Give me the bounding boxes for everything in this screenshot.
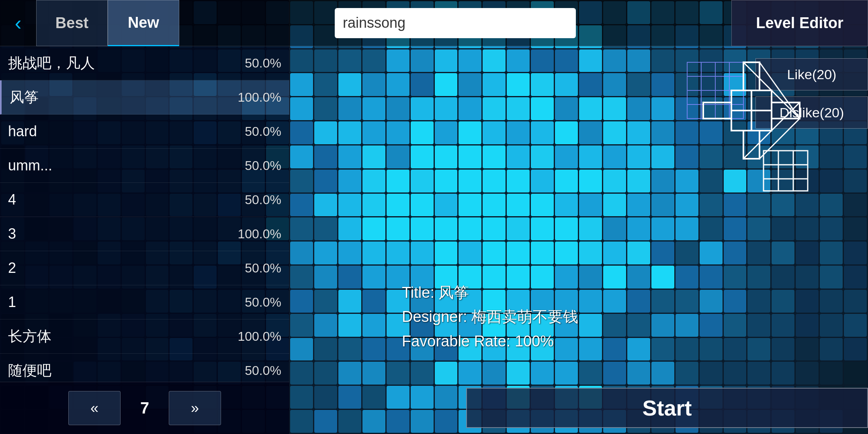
bg-cell <box>314 386 337 409</box>
song-title: 2 <box>8 260 16 276</box>
bg-cell <box>338 170 361 192</box>
bg-cell <box>314 170 337 192</box>
song-item[interactable]: 随便吧50.0% <box>0 354 289 382</box>
bg-cell <box>362 314 385 337</box>
bg-cell <box>290 338 313 361</box>
bg-cell <box>338 242 361 264</box>
bg-cell <box>362 145 385 168</box>
song-rate: 100.0% <box>237 227 281 242</box>
song-item[interactable]: umm...50.0% <box>0 149 289 183</box>
search-box <box>179 8 731 38</box>
bg-cell <box>314 121 337 144</box>
bg-cell <box>338 49 361 72</box>
top-bar: ‹ Best New Level Editor <box>0 0 868 46</box>
song-title: 4 <box>8 191 16 208</box>
song-item[interactable]: 风筝100.0% <box>0 80 289 115</box>
song-item[interactable]: 长方体100.0% <box>0 319 289 354</box>
bg-cell <box>290 362 313 385</box>
bg-cell <box>338 290 361 313</box>
bg-cell <box>338 410 361 433</box>
bg-cell <box>362 73 385 96</box>
bg-cell <box>314 217 337 240</box>
song-item[interactable]: 150.0% <box>0 285 289 319</box>
level-favorable-rate: Favorable Rate: 100% <box>402 329 578 354</box>
song-rate: 50.0% <box>245 295 281 310</box>
bg-cell <box>338 266 361 289</box>
bg-cell <box>290 49 313 72</box>
bg-cell <box>362 170 385 192</box>
bg-cell <box>362 49 385 72</box>
svg-rect-18 <box>764 151 808 191</box>
bg-cell <box>290 97 313 120</box>
song-title: 挑战吧，凡人 <box>8 53 95 73</box>
bg-cell <box>290 266 313 289</box>
song-item[interactable]: 450.0% <box>0 183 289 217</box>
bg-cell <box>338 386 361 409</box>
bg-cell <box>338 97 361 120</box>
song-rate: 50.0% <box>245 192 281 207</box>
back-button[interactable]: ‹ <box>0 0 36 46</box>
bg-cell <box>314 73 337 96</box>
bg-cell <box>362 194 385 217</box>
bg-cell <box>314 338 337 361</box>
right-panel: Like(20) Dislike(20) <box>386 46 868 434</box>
bg-cell <box>338 121 361 144</box>
bg-cell <box>314 362 337 385</box>
song-rate: 100.0% <box>237 90 281 105</box>
bg-cell <box>362 97 385 120</box>
bg-cell <box>338 145 361 168</box>
bg-cell <box>314 290 337 313</box>
bg-cell <box>290 242 313 264</box>
bg-cell <box>290 170 313 192</box>
song-item[interactable]: 挑战吧，凡人50.0% <box>0 46 289 80</box>
song-title: 随便吧 <box>8 361 51 381</box>
level-info: Title: 风筝 Designer: 梅西卖萌不要钱 Favorable Ra… <box>402 280 578 354</box>
bg-cell <box>290 410 313 433</box>
tab-group: Best New <box>36 0 179 46</box>
bg-cell <box>362 386 385 409</box>
bg-cell <box>362 266 385 289</box>
bg-cell <box>290 314 313 337</box>
bg-cell <box>362 217 385 240</box>
song-item[interactable]: 3100.0% <box>0 217 289 251</box>
song-rate: 50.0% <box>245 158 281 173</box>
level-editor-button[interactable]: Level Editor <box>731 0 868 46</box>
bg-cell <box>338 194 361 217</box>
song-rate: 50.0% <box>245 363 281 378</box>
bg-cell <box>290 145 313 168</box>
song-item[interactable]: 250.0% <box>0 251 289 285</box>
song-rate: 50.0% <box>245 261 281 276</box>
pagination-bar: « 7 » <box>0 382 289 434</box>
bg-cell <box>290 290 313 313</box>
bg-cell <box>338 338 361 361</box>
song-title: hard <box>8 123 37 140</box>
bg-cell <box>290 121 313 144</box>
next-page-button[interactable]: » <box>169 391 221 425</box>
bg-cell <box>314 410 337 433</box>
bg-cell <box>314 194 337 217</box>
bg-cell <box>290 217 313 240</box>
back-arrow-icon: ‹ <box>15 11 22 35</box>
bg-cell <box>314 266 337 289</box>
search-input[interactable] <box>335 8 576 38</box>
song-title: 1 <box>8 294 16 311</box>
prev-page-button[interactable]: « <box>68 391 121 425</box>
bg-cell <box>314 97 337 120</box>
start-button[interactable]: Start <box>466 388 868 428</box>
tab-new[interactable]: New <box>108 0 179 46</box>
bg-cell <box>314 145 337 168</box>
puzzle-preview <box>683 58 820 195</box>
song-title: umm... <box>8 157 52 174</box>
bg-cell <box>362 362 385 385</box>
song-title: 长方体 <box>8 327 51 346</box>
bg-cell <box>362 242 385 264</box>
tab-best[interactable]: Best <box>36 0 108 46</box>
song-list: 挑战吧，凡人50.0%风筝100.0%hard50.0%umm...50.0%4… <box>0 46 289 382</box>
song-rate: 50.0% <box>245 124 281 139</box>
song-rate: 100.0% <box>237 329 281 344</box>
bg-cell <box>362 338 385 361</box>
bg-cell <box>290 386 313 409</box>
bg-cell <box>338 217 361 240</box>
song-item[interactable]: hard50.0% <box>0 115 289 149</box>
bg-cell <box>362 290 385 313</box>
